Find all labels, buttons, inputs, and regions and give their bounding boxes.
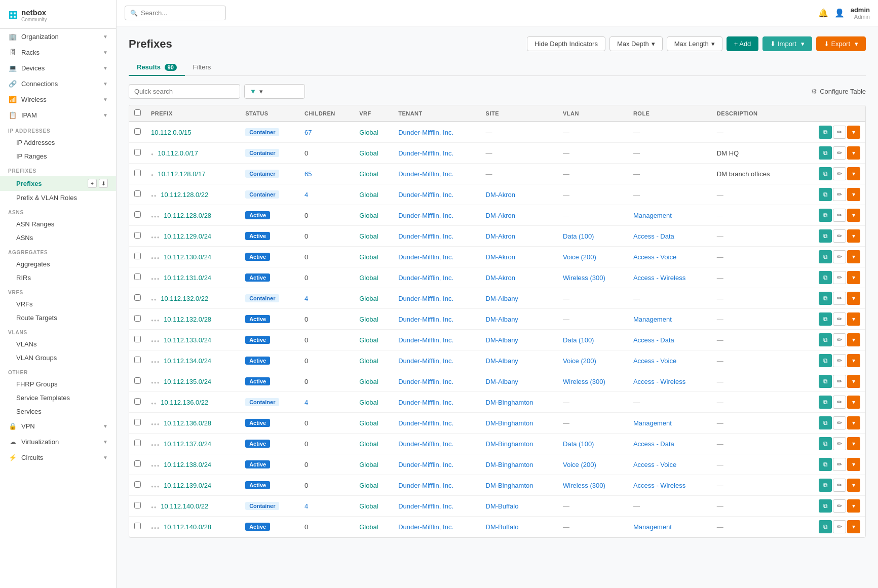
delete-button[interactable]: ▾ bbox=[847, 499, 860, 513]
edit-button[interactable]: ✏ bbox=[833, 458, 846, 471]
copy-button[interactable]: ⧉ bbox=[819, 292, 832, 305]
prefix-link[interactable]: 10.112.140.0/28 bbox=[164, 523, 211, 531]
prefix-link[interactable]: 10.112.136.0/22 bbox=[161, 399, 208, 406]
sidebar-item-virtualization[interactable]: ☁ Virtualization ▼ bbox=[0, 434, 116, 450]
copy-button[interactable]: ⧉ bbox=[819, 520, 832, 533]
delete-button[interactable]: ▾ bbox=[847, 437, 860, 450]
prefix-link[interactable]: 10.112.132.0/28 bbox=[164, 316, 211, 323]
delete-button[interactable]: ▾ bbox=[847, 312, 860, 326]
tab-filters[interactable]: Filters bbox=[185, 59, 219, 76]
sidebar-item-service-templates[interactable]: Service Templates bbox=[0, 391, 116, 405]
sidebar-item-organization[interactable]: 🏢 Organization ▼ bbox=[0, 29, 116, 45]
quick-search-input[interactable] bbox=[134, 88, 235, 95]
prefix-link[interactable]: 10.112.128.0/28 bbox=[164, 212, 211, 219]
sidebar-item-prefixes[interactable]: Prefixes + ⬇ bbox=[0, 176, 116, 191]
sidebar-item-aggregates[interactable]: Aggregates bbox=[0, 257, 116, 271]
sidebar-item-fhrp-groups[interactable]: FHRP Groups bbox=[0, 377, 116, 391]
copy-button[interactable]: ⧉ bbox=[819, 271, 832, 284]
sidebar-item-wireless[interactable]: 📶 Wireless ▼ bbox=[0, 92, 116, 107]
sidebar-item-connections[interactable]: 🔗 Connections ▼ bbox=[0, 76, 116, 92]
copy-button[interactable]: ⧉ bbox=[819, 229, 832, 243]
copy-button[interactable]: ⧉ bbox=[819, 354, 832, 367]
copy-button[interactable]: ⧉ bbox=[819, 126, 832, 139]
prefix-link[interactable]: 10.112.0.0/15 bbox=[151, 129, 192, 136]
delete-button[interactable]: ▾ bbox=[847, 479, 860, 492]
copy-button[interactable]: ⧉ bbox=[819, 312, 832, 326]
user-icon[interactable]: 👤 bbox=[834, 8, 845, 18]
sidebar-item-circuits[interactable]: ⚡ Circuits ▼ bbox=[0, 450, 116, 465]
prefix-link[interactable]: 10.112.139.0/24 bbox=[164, 482, 211, 489]
sidebar-item-racks[interactable]: 🗄 Racks ▼ bbox=[0, 45, 116, 60]
edit-button[interactable]: ✏ bbox=[833, 333, 846, 346]
prefix-link[interactable]: 10.112.0.0/17 bbox=[158, 149, 198, 157]
delete-button[interactable]: ▾ bbox=[847, 188, 860, 201]
row-checkbox[interactable] bbox=[134, 211, 141, 218]
bell-icon[interactable]: 🔔 bbox=[818, 8, 828, 18]
prefix-link[interactable]: 10.112.137.0/24 bbox=[164, 440, 211, 448]
row-checkbox[interactable] bbox=[134, 460, 141, 467]
edit-button[interactable]: ✏ bbox=[833, 416, 846, 429]
edit-button[interactable]: ✏ bbox=[833, 229, 846, 243]
row-checkbox[interactable] bbox=[134, 523, 141, 529]
edit-button[interactable]: ✏ bbox=[833, 292, 846, 305]
sidebar-item-prefix-vlan-roles[interactable]: Prefix & VLAN Roles bbox=[0, 191, 116, 205]
row-checkbox[interactable] bbox=[134, 336, 141, 342]
delete-button[interactable]: ▾ bbox=[847, 333, 860, 346]
sidebar-item-vpn[interactable]: 🔒 VPN ▼ bbox=[0, 418, 116, 434]
prefix-link[interactable]: 10.112.128.0/22 bbox=[161, 191, 208, 199]
sidebar-item-ip-ranges[interactable]: IP Ranges bbox=[0, 149, 116, 163]
delete-button[interactable]: ▾ bbox=[847, 375, 860, 388]
copy-button[interactable]: ⧉ bbox=[819, 375, 832, 388]
import-prefix-button[interactable]: ⬇ bbox=[99, 179, 108, 188]
copy-button[interactable]: ⧉ bbox=[819, 250, 832, 263]
copy-button[interactable]: ⧉ bbox=[819, 396, 832, 409]
edit-button[interactable]: ✏ bbox=[833, 209, 846, 222]
copy-button[interactable]: ⧉ bbox=[819, 479, 832, 492]
sidebar-item-vlans[interactable]: VLANs bbox=[0, 337, 116, 351]
edit-button[interactable]: ✏ bbox=[833, 250, 846, 263]
edit-button[interactable]: ✏ bbox=[833, 271, 846, 284]
configure-table-button[interactable]: ⚙ Configure Table bbox=[811, 88, 866, 95]
prefix-link[interactable]: 10.112.134.0/24 bbox=[164, 357, 211, 365]
delete-button[interactable]: ▾ bbox=[847, 229, 860, 243]
edit-button[interactable]: ✏ bbox=[833, 146, 846, 160]
edit-button[interactable]: ✏ bbox=[833, 354, 846, 367]
tab-results[interactable]: Results 90 bbox=[129, 59, 185, 76]
sidebar-item-vrfs[interactable]: VRFs bbox=[0, 297, 116, 311]
prefix-link[interactable]: 10.112.136.0/28 bbox=[164, 419, 211, 427]
sidebar-item-vlan-groups[interactable]: VLAN Groups bbox=[0, 351, 116, 365]
edit-button[interactable]: ✏ bbox=[833, 188, 846, 201]
delete-button[interactable]: ▾ bbox=[847, 354, 860, 367]
prefix-link[interactable]: 10.112.130.0/24 bbox=[164, 253, 211, 261]
delete-button[interactable]: ▾ bbox=[847, 396, 860, 409]
delete-button[interactable]: ▾ bbox=[847, 126, 860, 139]
row-checkbox[interactable] bbox=[134, 440, 141, 446]
edit-button[interactable]: ✏ bbox=[833, 437, 846, 450]
delete-button[interactable]: ▾ bbox=[847, 167, 860, 180]
row-checkbox[interactable] bbox=[134, 190, 141, 197]
delete-button[interactable]: ▾ bbox=[847, 416, 860, 429]
copy-button[interactable]: ⧉ bbox=[819, 499, 832, 513]
sidebar-item-asns[interactable]: ASNs bbox=[0, 231, 116, 245]
sidebar-item-ip-addresses[interactable]: IP Addresses bbox=[0, 136, 116, 149]
row-checkbox[interactable] bbox=[134, 294, 141, 301]
prefix-link[interactable]: 10.112.140.0/22 bbox=[161, 502, 208, 510]
delete-button[interactable]: ▾ bbox=[847, 520, 860, 533]
edit-button[interactable]: ✏ bbox=[833, 396, 846, 409]
delete-button[interactable]: ▾ bbox=[847, 146, 860, 160]
copy-button[interactable]: ⧉ bbox=[819, 437, 832, 450]
copy-button[interactable]: ⧉ bbox=[819, 333, 832, 346]
prefix-link[interactable]: 10.112.131.0/24 bbox=[164, 274, 211, 282]
row-checkbox[interactable] bbox=[134, 315, 141, 322]
delete-button[interactable]: ▾ bbox=[847, 292, 860, 305]
hide-depth-button[interactable]: Hide Depth Indicators bbox=[527, 36, 605, 51]
edit-button[interactable]: ✏ bbox=[833, 126, 846, 139]
edit-button[interactable]: ✏ bbox=[833, 499, 846, 513]
global-search-input[interactable] bbox=[141, 9, 220, 17]
row-checkbox[interactable] bbox=[134, 377, 141, 384]
edit-button[interactable]: ✏ bbox=[833, 520, 846, 533]
prefix-link[interactable]: 10.112.138.0/24 bbox=[164, 461, 211, 468]
row-checkbox[interactable] bbox=[134, 232, 141, 239]
export-button[interactable]: ⬇ Export ▾ bbox=[816, 36, 866, 51]
row-checkbox[interactable] bbox=[134, 253, 141, 259]
